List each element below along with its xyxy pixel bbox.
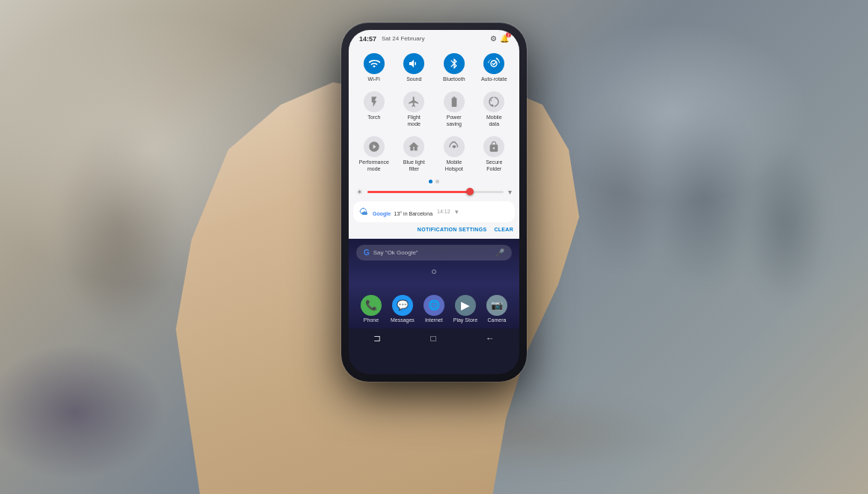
performance-label: Performancemode <box>359 159 389 172</box>
google-g-icon: G <box>364 248 370 257</box>
flight-tile-icon <box>403 91 424 112</box>
power-tile-icon <box>444 91 465 112</box>
google-label: Google <box>373 211 391 216</box>
notif-time: 14:12 <box>437 209 450 214</box>
tile-autorotate[interactable]: Auto-rotate <box>475 49 514 85</box>
notif-content: Google 13° in Barcelona <box>373 205 433 219</box>
brightness-slider[interactable] <box>367 191 504 193</box>
brightness-fill <box>367 191 470 193</box>
bluelight-tile-icon <box>403 136 424 157</box>
app-internet[interactable]: 🌐 Internet <box>424 295 444 323</box>
home-indicator-dot <box>432 269 436 274</box>
secure-tile-icon <box>483 136 504 157</box>
phone-app-label: Phone <box>364 317 379 323</box>
app-playstore[interactable]: ▶ Play Store <box>453 295 477 323</box>
playstore-app-icon: ▶ <box>455 295 476 316</box>
tiles-grid: Wi-Fi Sound Bluetooth <box>349 46 519 178</box>
sound-label: Sound <box>406 76 421 82</box>
clear-notifications-button[interactable]: CLEAR <box>494 227 513 232</box>
internet-app-label: Internet <box>425 317 443 323</box>
page-dots <box>349 178 519 185</box>
internet-app-icon: 🌐 <box>424 295 444 316</box>
notifications-icon[interactable]: 🔔 1 <box>500 34 509 43</box>
app-messages[interactable]: 💬 Messages <box>391 295 415 323</box>
notification-badge: 1 <box>506 32 511 37</box>
hotspot-tile-icon <box>444 136 465 157</box>
tile-sound[interactable]: Sound <box>395 49 434 85</box>
messages-app-label: Messages <box>391 317 415 323</box>
search-placeholder: Say "Ok Google" <box>373 249 492 256</box>
tile-performance[interactable]: Performancemode <box>355 132 394 175</box>
status-time: 14:57 <box>359 35 376 43</box>
torch-tile-icon <box>364 91 385 112</box>
autorotate-tile-icon <box>483 53 504 74</box>
notif-expand[interactable]: ▾ <box>455 208 459 216</box>
tile-torch[interactable]: Torch <box>355 87 394 130</box>
autorotate-label: Auto-rotate <box>481 76 507 82</box>
tile-bluetooth[interactable]: Bluetooth <box>435 49 474 85</box>
sound-tile-icon <box>403 53 424 74</box>
power-label: Powersaving <box>447 115 462 127</box>
recent-apps-button[interactable]: ⊐ <box>373 333 381 344</box>
mobiledata-label: Mobiledata <box>486 115 502 127</box>
notification-settings-bar: NOTIFICATION SETTINGS CLEAR <box>349 225 519 234</box>
quick-settings-panel: Wi-Fi Sound Bluetooth <box>349 46 519 239</box>
secure-label: SecureFolder <box>486 159 502 172</box>
mobiledata-tile-icon <box>483 91 504 112</box>
app-camera[interactable]: 📷 Camera <box>486 295 507 323</box>
performance-tile-icon <box>364 136 385 157</box>
tile-hotspot[interactable]: MobileHotspot <box>435 132 474 175</box>
tile-wifi[interactable]: Wi-Fi <box>355 49 394 85</box>
wifi-label: Wi-Fi <box>368 76 380 82</box>
hotspot-label: MobileHotspot <box>445 159 463 172</box>
torch-label: Torch <box>367 115 380 121</box>
playstore-app-label: Play Store <box>453 317 477 323</box>
wifi-tile-icon <box>364 53 385 74</box>
brightness-expand-icon[interactable]: ▾ <box>508 188 512 196</box>
weather-icon: 🌤 <box>359 207 368 217</box>
notification-settings-button[interactable]: NOTIFICATION SETTINGS <box>418 227 487 232</box>
phone: 14:57 Sat 24 February ⚙ 🔔 1 <box>341 22 527 382</box>
back-button[interactable]: ← <box>486 333 495 344</box>
tile-flight[interactable]: Flightmode <box>395 87 434 130</box>
dot-1 <box>429 180 433 183</box>
tile-bluelight[interactable]: Blue lightfilter <box>395 132 434 175</box>
weather-notification[interactable]: 🌤 Google 13° in Barcelona 14:12 ▾ <box>353 201 515 222</box>
brightness-thumb[interactable] <box>466 188 474 195</box>
status-date: Sat 24 February <box>382 35 424 42</box>
phone-body: 14:57 Sat 24 February ⚙ 🔔 1 <box>341 22 527 382</box>
tile-power[interactable]: Powersaving <box>435 87 474 130</box>
dot-2 <box>435 180 439 183</box>
tile-secure[interactable]: SecureFolder <box>475 132 514 175</box>
messages-app-icon: 💬 <box>392 295 413 316</box>
weather-temp: 13° in Barcelona <box>394 211 433 216</box>
camera-app-icon: 📷 <box>486 295 507 316</box>
google-search-bar[interactable]: G Say "Ok Google" 🎤 <box>356 245 512 260</box>
phone-app-icon: 📞 <box>361 295 382 316</box>
bluetooth-label: Bluetooth <box>443 76 465 82</box>
home-button[interactable]: □ <box>430 333 435 344</box>
home-screen: G Say "Ok Google" 🎤 📞 Phone 💬 Messages <box>349 239 519 329</box>
flight-label: Flightmode <box>407 115 421 127</box>
status-icons: ⚙ 🔔 1 <box>490 34 509 43</box>
camera-app-label: Camera <box>488 317 507 323</box>
phone-screen: 14:57 Sat 24 February ⚙ 🔔 1 <box>349 30 519 374</box>
bluelight-label: Blue lightfilter <box>403 159 425 172</box>
brightness-row: ☀ ▾ <box>349 185 519 199</box>
status-bar: 14:57 Sat 24 February ⚙ 🔔 1 <box>349 30 519 46</box>
bluetooth-tile-icon <box>444 53 465 74</box>
settings-icon[interactable]: ⚙ <box>490 34 497 43</box>
app-phone[interactable]: 📞 Phone <box>361 295 382 323</box>
brightness-icon: ☀ <box>356 188 363 196</box>
voice-search-icon[interactable]: 🎤 <box>495 248 504 257</box>
nav-bar: ⊐ □ ← <box>349 329 519 348</box>
app-dock: 📞 Phone 💬 Messages 🌐 Internet ▶ Play Sto… <box>356 295 512 323</box>
tile-mobiledata[interactable]: Mobiledata <box>475 87 514 130</box>
